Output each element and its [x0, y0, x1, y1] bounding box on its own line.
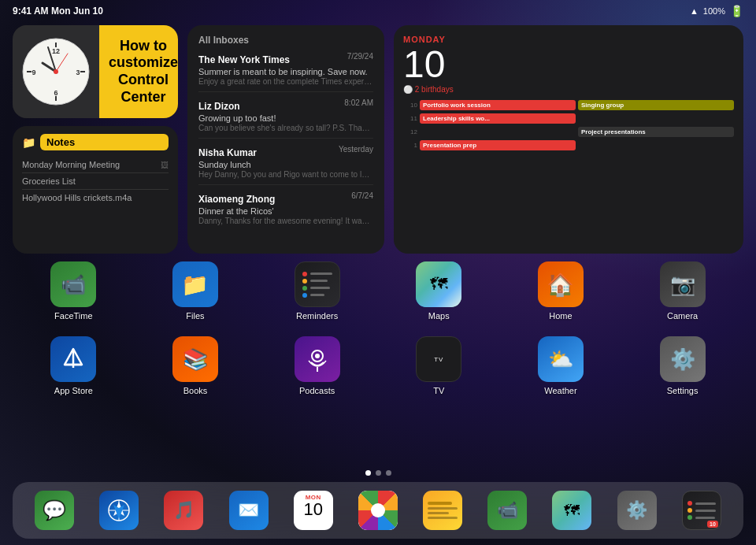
mail-item-3[interactable]: Nisha Kumar Yesterday Sunday lunch Hey D…	[198, 145, 373, 185]
messages-dock-icon: 💬	[35, 491, 74, 530]
app-appstore[interactable]: App Store	[42, 336, 105, 395]
podcasts-label: Podcasts	[299, 386, 335, 395]
reminders-icon	[295, 261, 340, 307]
app-settings[interactable]: ⚙️ Settings	[651, 336, 714, 395]
status-time: 9:41 AM Mon Jun 10	[13, 6, 103, 17]
clock-widget[interactable]: 12 3 6 9 How to customize Control Center	[13, 25, 178, 118]
app-maps[interactable]: 🗺 Maps	[407, 261, 470, 321]
mail-preview-3: Hey Danny, Do you and Rigo want to come …	[198, 170, 373, 179]
files-label: Files	[186, 311, 204, 321]
mail-preview-1: Enjoy a great rate on the complete Times…	[198, 77, 373, 86]
dock: 💬 🎵 ✉️ MON 10	[13, 482, 743, 539]
svg-point-12	[54, 69, 58, 74]
reminders-label: Reminders	[296, 311, 338, 321]
dock-reminders[interactable]: 10	[682, 491, 721, 530]
dock-photos[interactable]	[358, 491, 398, 530]
tv-label: TV	[433, 386, 444, 395]
app-reminders[interactable]: Reminders	[286, 261, 349, 321]
settings-dock-icon: ⚙️	[617, 491, 657, 530]
dock-mail[interactable]: ✉️	[229, 491, 269, 530]
notes-header: 📁 Notes	[22, 134, 169, 150]
notes-title: Notes	[40, 134, 169, 150]
app-files[interactable]: 📁 Files	[164, 261, 227, 321]
mail-preview-2: Can you believe she's already so tall? P…	[198, 124, 373, 132]
dock-calendar[interactable]: MON 10	[294, 491, 333, 530]
dot-1[interactable]	[365, 470, 371, 476]
notes-item-3[interactable]: Hollywood Hills crickets.m4a	[22, 190, 169, 206]
wifi-icon: ▲	[690, 6, 699, 16]
calendar-dock-icon: MON 10	[294, 491, 333, 530]
mail-sender-3: Nisha Kumar	[198, 147, 257, 158]
dot-3[interactable]	[386, 470, 391, 476]
cal-event-4: Project presentations	[578, 127, 734, 137]
books-icon: 📚	[172, 336, 218, 382]
mail-dock-icon: ✉️	[229, 491, 269, 530]
app-podcasts[interactable]: Podcasts	[286, 336, 349, 395]
cal-events: 10 Portfolio work session Singing group …	[403, 100, 734, 150]
svg-text:3: 3	[76, 69, 80, 76]
battery-icon: 🔋	[730, 5, 743, 17]
svg-text:6: 6	[54, 89, 57, 97]
mail-item-4[interactable]: Xiaomeng Zhong 6/7/24 Dinner at the Rico…	[198, 191, 373, 231]
mail-widget[interactable]: All Inboxes The New York Times 7/29/24 S…	[187, 25, 384, 254]
mail-sender-2: Liz Dizon	[198, 101, 240, 112]
notes-item-2[interactable]: Groceries List	[22, 173, 169, 190]
dock-settings[interactable]: ⚙️	[617, 491, 657, 530]
facetime-dock-icon: 📹	[487, 491, 527, 530]
control-center-tip[interactable]: How to customize Control Center	[99, 25, 178, 118]
files-icon: 📁	[172, 261, 218, 307]
dock-music[interactable]: 🎵	[164, 491, 203, 530]
dock-messages[interactable]: 💬	[35, 491, 74, 530]
status-right: ▲ 100% 🔋	[690, 5, 743, 17]
svg-point-16	[315, 354, 320, 358]
clock-svg: 12 3 6 9	[20, 36, 91, 107]
camera-icon: 📷	[660, 261, 706, 307]
notes-item-1[interactable]: Monday Morning Meeting 🖼	[22, 157, 169, 173]
calendar-widget[interactable]: MONDAY 10 ⚪ 2 birthdays 10 Portfolio wor…	[394, 25, 743, 254]
widget-column-1: 12 3 6 9 How to customize Control Center	[13, 25, 178, 254]
mail-item-1[interactable]: The New York Times 7/29/24 Summer is mea…	[198, 52, 373, 92]
note-thumb-1: 🖼	[161, 161, 169, 169]
notes-widget[interactable]: 📁 Notes Monday Morning Meeting 🖼 Groceri…	[13, 126, 178, 254]
books-label: Books	[183, 386, 208, 395]
mail-subject-4: Dinner at the Ricos'	[198, 206, 373, 216]
dot-2[interactable]	[376, 470, 381, 476]
podcasts-svg	[303, 345, 332, 373]
cal-event-5: Presentation prep	[420, 140, 576, 150]
cal-day-label: MONDAY	[403, 35, 734, 44]
home-label: Home	[549, 311, 572, 321]
safari-dock-icon	[99, 491, 139, 530]
mail-date-4: 6/7/24	[351, 191, 373, 200]
maps-dock-icon: 🗺	[552, 491, 591, 530]
app-tv[interactable]: TV TV	[407, 336, 470, 395]
app-books[interactable]: 📚 Books	[164, 336, 227, 395]
cal-date: 10	[403, 46, 734, 83]
app-camera[interactable]: 📷 Camera	[651, 261, 714, 321]
dock-notes[interactable]	[423, 491, 462, 530]
tv-icon: TV	[416, 336, 461, 382]
photos-dock-icon	[358, 491, 398, 530]
dock-facetime[interactable]: 📹	[487, 491, 527, 530]
facetime-icon: 📹	[50, 261, 96, 307]
app-home[interactable]: 🏠 Home	[529, 261, 592, 321]
settings-icon: ⚙️	[660, 336, 706, 382]
home-icon: 🏠	[538, 261, 584, 307]
podcasts-icon	[295, 336, 340, 382]
reminders-dock-icon: 10	[682, 491, 721, 530]
dock-safari[interactable]	[99, 491, 139, 530]
cal-event-2: Singing group	[578, 100, 734, 110]
mail-item-2[interactable]: Liz Dizon 8:02 AM Growing up too fast! C…	[198, 98, 373, 139]
settings-label: Settings	[667, 386, 699, 395]
appstore-label: App Store	[54, 386, 93, 395]
app-weather[interactable]: ⛅ Weather	[529, 336, 592, 395]
mail-date-2: 8:02 AM	[344, 98, 373, 107]
notes-folder-icon: 📁	[22, 136, 35, 149]
widgets-area: 12 3 6 9 How to customize Control Center	[13, 25, 743, 254]
page-dots	[0, 470, 756, 476]
dock-maps[interactable]: 🗺	[552, 491, 591, 530]
app-facetime[interactable]: 📹 FaceTime	[42, 261, 105, 321]
appstore-svg	[60, 346, 87, 373]
app-grid: 📹 FaceTime 📁 Files Reminders	[13, 261, 743, 411]
mail-header: All Inboxes	[198, 35, 373, 46]
maps-icon: 🗺	[416, 261, 461, 307]
